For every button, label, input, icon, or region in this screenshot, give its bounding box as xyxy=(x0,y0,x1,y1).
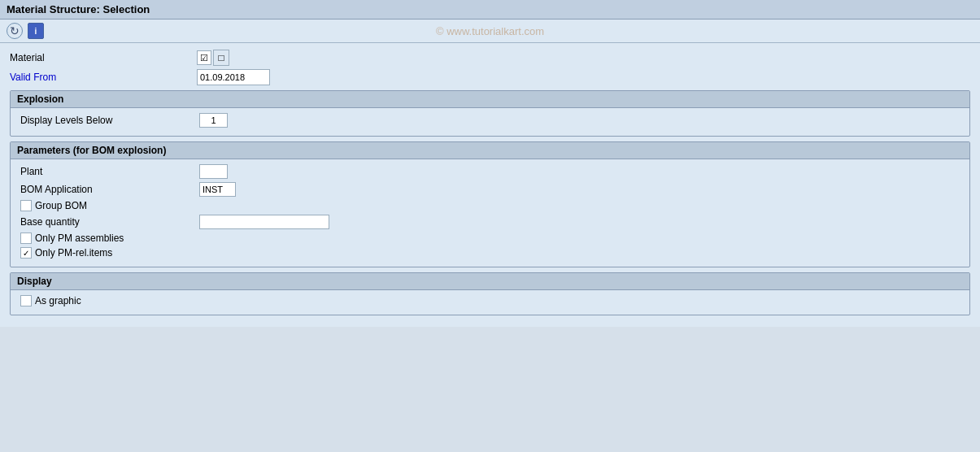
toolbar: ↻ i © www.tutorialkart.com xyxy=(0,20,980,43)
material-field-row: Material ☑ □ xyxy=(10,50,970,66)
display-levels-label: Display Levels Below xyxy=(20,115,199,126)
explosion-section-header: Explosion xyxy=(11,91,969,108)
display-section-header: Display xyxy=(11,273,969,290)
back-icon[interactable]: ↻ xyxy=(7,23,23,39)
only-pm-assemblies-row: Only PM assemblies xyxy=(20,233,960,244)
plant-input[interactable] xyxy=(199,164,228,179)
material-checkbox-icon[interactable]: ☑ xyxy=(197,50,211,65)
valid-from-input[interactable] xyxy=(197,69,270,85)
plant-field-row: Plant xyxy=(20,164,960,179)
info-icon[interactable]: i xyxy=(28,23,44,39)
as-graphic-label: As graphic xyxy=(35,295,81,306)
display-levels-input[interactable] xyxy=(199,113,228,128)
only-pm-rel-items-row: ✓ Only PM-rel.items xyxy=(20,247,960,259)
as-graphic-checkbox[interactable] xyxy=(20,295,32,306)
group-bom-label: Group BOM xyxy=(35,200,87,211)
bom-application-label: BOM Application xyxy=(20,184,199,195)
material-input-wrap: ☑ □ xyxy=(197,50,229,66)
base-quantity-input[interactable] xyxy=(199,215,329,229)
only-pm-assemblies-checkbox[interactable] xyxy=(20,233,32,244)
display-levels-row: Display Levels Below xyxy=(20,113,960,128)
as-graphic-row: As graphic xyxy=(20,295,960,306)
display-section: Display As graphic xyxy=(10,272,970,315)
plant-label: Plant xyxy=(20,166,199,177)
display-section-body: As graphic xyxy=(11,290,969,315)
watermark: © www.tutorialkart.com xyxy=(436,25,544,37)
bom-application-field-row: BOM Application xyxy=(20,182,960,197)
parameters-section-body: Plant BOM Application Group BOM Base qua… xyxy=(11,159,969,267)
base-quantity-label: Base quantity xyxy=(20,216,199,228)
group-bom-row: Group BOM xyxy=(20,200,960,211)
valid-from-label: Valid From xyxy=(10,72,197,83)
main-content: Material ☑ □ Valid From Explosion Displa… xyxy=(0,43,980,327)
bom-application-input[interactable] xyxy=(199,182,236,197)
valid-from-field-row: Valid From xyxy=(10,69,970,85)
base-quantity-field-row: Base quantity xyxy=(20,215,960,229)
only-pm-assemblies-label: Only PM assemblies xyxy=(35,233,124,244)
material-browse-button[interactable]: □ xyxy=(213,50,229,66)
parameters-section-header: Parameters (for BOM explosion) xyxy=(11,142,969,159)
explosion-section: Explosion Display Levels Below xyxy=(10,90,970,137)
page-title: Material Structure: Selection xyxy=(7,3,150,15)
group-bom-checkbox[interactable] xyxy=(20,200,32,211)
only-pm-rel-items-checkbox[interactable]: ✓ xyxy=(20,247,32,259)
parameters-section: Parameters (for BOM explosion) Plant BOM… xyxy=(10,141,970,267)
explosion-section-body: Display Levels Below xyxy=(11,108,969,136)
only-pm-rel-items-label: Only PM-rel.items xyxy=(35,247,112,259)
title-bar: Material Structure: Selection xyxy=(0,0,980,20)
material-label: Material xyxy=(10,52,197,63)
